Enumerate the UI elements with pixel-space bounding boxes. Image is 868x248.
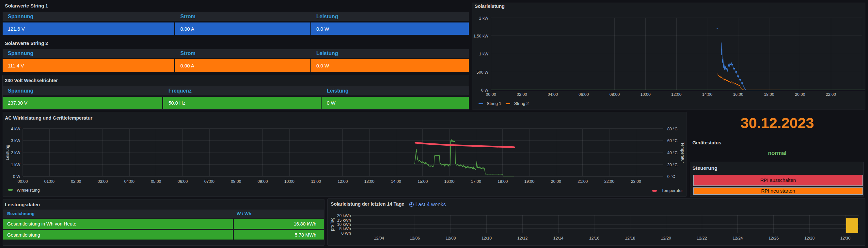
svg-text:2 kW: 2 kW — [11, 150, 21, 155]
svg-text:Temperatur: Temperatur — [661, 188, 683, 193]
svg-text:3 kW: 3 kW — [11, 139, 21, 143]
svg-text:12/04: 12/04 — [374, 236, 384, 241]
svg-text:12/28: 12/28 — [804, 236, 814, 241]
svg-text:12/10: 12/10 — [482, 236, 492, 241]
svg-text:04:00: 04:00 — [548, 92, 558, 97]
svg-text:10:00: 10:00 — [284, 179, 294, 184]
svg-text:00:00: 00:00 — [18, 179, 28, 184]
svg-text:12/08: 12/08 — [445, 236, 456, 241]
svg-text:Leistung: Leistung — [5, 145, 10, 160]
svg-text:06:00: 06:00 — [579, 92, 589, 97]
svg-text:01:00: 01:00 — [44, 179, 55, 184]
svg-text:0 °C: 0 °C — [667, 174, 675, 179]
svg-text:1.50 kW: 1.50 kW — [473, 34, 488, 38]
svg-text:14:00: 14:00 — [391, 179, 401, 184]
svg-text:21:00: 21:00 — [578, 179, 588, 184]
svg-text:02:00: 02:00 — [517, 92, 527, 97]
svg-text:20 kWh: 20 kWh — [337, 213, 351, 218]
svg-text:0 W: 0 W — [13, 174, 20, 179]
svg-text:1 kW: 1 kW — [479, 52, 489, 57]
svg-text:15 kWh: 15 kWh — [337, 218, 351, 222]
svg-text:12/26: 12/26 — [769, 236, 779, 241]
svg-text:60 °C: 60 °C — [667, 139, 677, 143]
svg-text:12/20: 12/20 — [661, 236, 671, 241]
svg-text:11:00: 11:00 — [311, 179, 321, 184]
svg-text:12/14: 12/14 — [553, 236, 563, 241]
svg-text:13:00: 13:00 — [364, 179, 374, 184]
svg-text:09:00: 09:00 — [257, 179, 268, 184]
svg-text:12/06: 12/06 — [410, 236, 420, 241]
svg-text:500 W: 500 W — [476, 70, 488, 75]
svg-text:04:00: 04:00 — [124, 179, 134, 184]
svg-text:00:00: 00:00 — [486, 92, 496, 97]
svg-text:12:00: 12:00 — [338, 179, 348, 184]
svg-text:22:00: 22:00 — [604, 179, 614, 184]
svg-text:String 1: String 1 — [487, 101, 501, 106]
svg-text:05:00: 05:00 — [151, 179, 161, 184]
svg-text:19:00: 19:00 — [524, 179, 534, 184]
svg-text:22:00: 22:00 — [826, 92, 836, 97]
svg-text:0 W: 0 W — [481, 88, 488, 93]
svg-text:4 kW: 4 kW — [11, 127, 21, 131]
svg-text:20 °C: 20 °C — [667, 163, 677, 167]
svg-text:Wirkleistung: Wirkleistung — [17, 188, 40, 192]
svg-text:12/30: 12/30 — [840, 236, 850, 241]
svg-text:06:00: 06:00 — [178, 179, 188, 184]
svg-text:12:00: 12:00 — [671, 92, 681, 97]
svg-text:02:00: 02:00 — [71, 179, 81, 184]
svg-text:08:00: 08:00 — [610, 92, 620, 97]
svg-text:18:00: 18:00 — [764, 92, 774, 97]
svg-text:12/24: 12/24 — [733, 236, 743, 241]
svg-text:1 kW: 1 kW — [11, 163, 21, 167]
svg-text:5 kWh: 5 kWh — [340, 226, 351, 231]
svg-text:16:00: 16:00 — [733, 92, 743, 97]
svg-text:20:00: 20:00 — [795, 92, 805, 97]
svg-text:12/18: 12/18 — [625, 236, 635, 241]
svg-text:40 °C: 40 °C — [667, 150, 677, 155]
svg-text:pro Tag: pro Tag — [330, 217, 335, 231]
svg-text:10 kWh: 10 kWh — [337, 222, 351, 227]
svg-text:20:00: 20:00 — [551, 179, 561, 184]
svg-text:0 Wh: 0 Wh — [341, 231, 351, 236]
svg-text:12/22: 12/22 — [696, 236, 707, 241]
svg-text:14:00: 14:00 — [702, 92, 712, 97]
svg-text:18:00: 18:00 — [497, 179, 507, 184]
svg-text:16:00: 16:00 — [444, 179, 455, 184]
svg-text:23:00: 23:00 — [631, 179, 641, 184]
svg-text:08:00: 08:00 — [231, 179, 241, 184]
svg-text:2 kW: 2 kW — [479, 16, 489, 21]
svg-text:String 2: String 2 — [514, 101, 529, 106]
svg-text:03:00: 03:00 — [98, 179, 108, 184]
svg-text:07:00: 07:00 — [204, 179, 214, 184]
svg-text:80 °C: 80 °C — [667, 127, 677, 131]
svg-text:Temperatur: Temperatur — [680, 142, 685, 163]
svg-text:15:00: 15:00 — [417, 179, 428, 184]
svg-text:12/16: 12/16 — [589, 236, 599, 241]
svg-text:17:00: 17:00 — [471, 179, 481, 184]
svg-text:10:00: 10:00 — [641, 92, 651, 97]
svg-text:12/12: 12/12 — [518, 236, 528, 241]
